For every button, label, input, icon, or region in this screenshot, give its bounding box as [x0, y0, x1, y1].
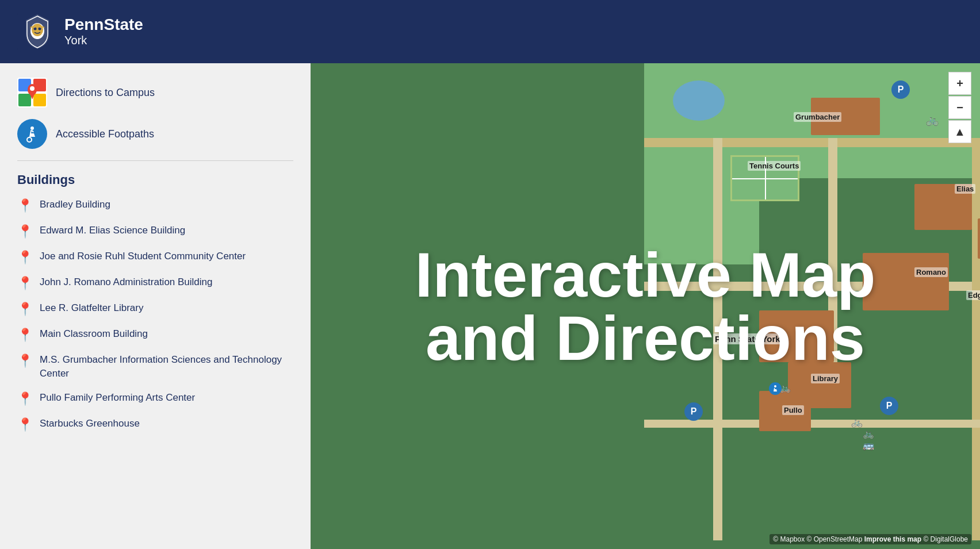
campus-name: York: [64, 34, 143, 47]
map-label-pennstateyork: Penn State York: [713, 333, 782, 344]
building-pin-icon: 📍: [17, 354, 33, 368]
logo-text: PennState York: [64, 16, 143, 47]
building-pin-icon: 📍: [17, 250, 33, 265]
building-name: Edward M. Elias Science Building: [40, 224, 185, 237]
building-pin-icon: 📍: [17, 198, 33, 213]
map-parking-2: P: [684, 402, 703, 421]
google-maps-icon: [17, 78, 47, 108]
building-name: Main Classroom Building: [40, 327, 148, 341]
accessible-link[interactable]: Accessible Footpaths: [17, 119, 293, 149]
logo-container[interactable]: PennState York: [17, 11, 143, 52]
map-road-v3: [972, 138, 980, 540]
directions-link[interactable]: Directions to Campus: [17, 78, 293, 108]
university-name: PennState: [64, 16, 143, 34]
map-label-tennis: Tennis Courts: [748, 161, 801, 171]
map-label-library: Library: [811, 374, 840, 383]
map-parking-3: P: [880, 397, 898, 415]
building-list-item[interactable]: 📍 Bradley Building: [17, 198, 293, 213]
building-name: Lee R. Glatfelter Library: [40, 301, 143, 315]
svg-point-14: [27, 137, 32, 142]
main-content: Directions to Campus Accessible Footpath…: [0, 63, 980, 549]
building-pin-icon: 📍: [17, 224, 33, 239]
map-label-edgecomb: Edgecomb Ave: [966, 290, 980, 300]
building-list-item[interactable]: 📍 Main Classroom Building: [17, 327, 293, 343]
directions-label: Directions to Campus: [56, 87, 155, 99]
map-container[interactable]: P P P P P P P Tennis Courts Grumbacher E…: [311, 63, 980, 549]
map-zoom-in-button[interactable]: +: [948, 72, 971, 95]
building-pin-icon: 📍: [17, 391, 33, 406]
svg-point-4: [39, 28, 41, 30]
building-pin-icon: 📍: [17, 328, 33, 343]
svg-rect-8: [18, 94, 31, 106]
building-name: Bradley Building: [40, 198, 110, 212]
map-attribution: © Mapbox © OpenStreetMap Improve this ma…: [770, 534, 971, 544]
building-name: Joe and Rosie Ruhl Student Community Cen…: [40, 249, 246, 263]
building-name: Pullo Family Performing Arts Center: [40, 391, 195, 405]
map-bus-icon: 🚌: [863, 440, 874, 451]
map-bike-4: 🚲: [863, 428, 874, 439]
svg-rect-9: [33, 94, 46, 106]
map-road-bot: [644, 420, 980, 428]
map-zoom-out-button[interactable]: −: [948, 96, 971, 119]
building-pin-icon: 📍: [17, 276, 33, 291]
svg-point-13: [30, 126, 34, 130]
building-list-item[interactable]: 📍 Pullo Family Performing Arts Center: [17, 391, 293, 406]
accessible-label: Accessible Footpaths: [56, 128, 154, 140]
building-list-item[interactable]: 📍 M.S. Grumbacher Information Sciences a…: [17, 353, 293, 381]
map-building-romano: [863, 253, 949, 310]
buildings-list: 📍 Bradley Building 📍 Edward M. Elias Sci…: [17, 198, 293, 432]
svg-point-15: [774, 385, 776, 387]
sidebar: Directions to Campus Accessible Footpath…: [0, 63, 311, 549]
building-pin-icon: 📍: [17, 417, 33, 432]
building-name: Starbucks Greenhouse: [40, 417, 140, 431]
svg-point-11: [30, 86, 35, 91]
building-list-item[interactable]: 📍 Starbucks Greenhouse: [17, 417, 293, 432]
map-background: P P P P P P P Tennis Courts Grumbacher E…: [311, 63, 980, 549]
svg-point-2: [32, 24, 43, 36]
building-name: M.S. Grumbacher Information Sciences and…: [40, 353, 293, 381]
map-controls: + − ▲: [948, 72, 971, 143]
site-header: PennState York: [0, 0, 980, 63]
building-list-item[interactable]: 📍 Edward M. Elias Science Building: [17, 224, 293, 239]
map-accessible-1: [769, 382, 782, 395]
building-pin-icon: 📍: [17, 302, 33, 317]
map-compass-button[interactable]: ▲: [948, 120, 971, 143]
building-list-item[interactable]: 📍 Lee R. Glatfelter Library: [17, 301, 293, 317]
pennstate-logo-icon: [17, 11, 58, 52]
buildings-heading: Buildings: [17, 172, 293, 187]
svg-point-3: [34, 28, 37, 30]
map-bike-1: 🚲: [926, 114, 939, 126]
sidebar-divider: [17, 160, 293, 161]
building-list-item[interactable]: 📍 John J. Romano Administration Building: [17, 275, 293, 291]
building-name: John J. Romano Administration Building: [40, 275, 213, 289]
map-building-bradley: [978, 218, 980, 259]
map-label-pullo: Pullo: [782, 405, 804, 415]
map-label-elias: Elias: [955, 184, 975, 194]
map-parking-1: P: [891, 80, 910, 99]
building-list-item[interactable]: 📍 Joe and Rosie Ruhl Student Community C…: [17, 249, 293, 265]
accessibility-icon: [17, 119, 47, 149]
map-bike-3: 🚲: [851, 417, 863, 428]
map-road-top: [644, 138, 980, 147]
map-label-romano: Romano: [914, 267, 948, 277]
map-water: [673, 80, 725, 121]
map-label-grumbacher: Grumbacher: [794, 112, 841, 122]
